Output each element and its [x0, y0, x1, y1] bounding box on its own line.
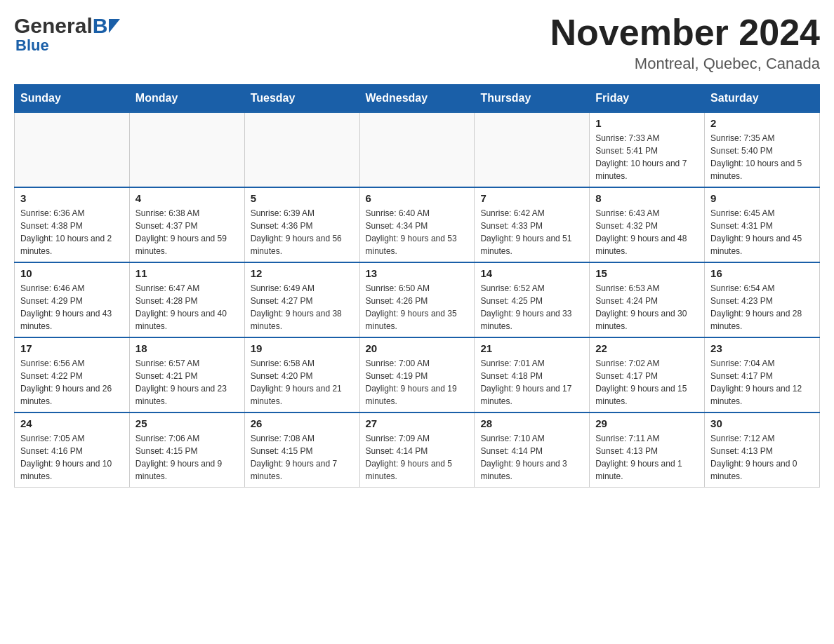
table-row — [475, 112, 590, 187]
table-row — [244, 112, 359, 187]
table-row: 4Sunrise: 6:38 AMSunset: 4:37 PMDaylight… — [129, 187, 244, 262]
day-info: Sunrise: 6:52 AMSunset: 4:25 PMDaylight:… — [480, 282, 583, 333]
table-row: 26Sunrise: 7:08 AMSunset: 4:15 PMDayligh… — [244, 412, 359, 488]
day-number: 30 — [710, 417, 814, 429]
col-sunday: Sunday — [15, 85, 130, 113]
logo-general-text: GeneralB — [14, 14, 107, 38]
day-number: 2 — [710, 117, 814, 129]
col-saturday: Saturday — [705, 85, 820, 113]
table-row: 23Sunrise: 7:04 AMSunset: 4:17 PMDayligh… — [705, 337, 820, 412]
day-info: Sunrise: 6:39 AMSunset: 4:36 PMDaylight:… — [251, 207, 354, 257]
table-row: 11Sunrise: 6:47 AMSunset: 4:28 PMDayligh… — [129, 262, 244, 337]
day-info: Sunrise: 6:46 AMSunset: 4:29 PMDaylight:… — [20, 282, 124, 333]
col-thursday: Thursday — [475, 85, 590, 113]
day-number: 8 — [595, 192, 699, 204]
day-info: Sunrise: 7:10 AMSunset: 4:14 PMDaylight:… — [480, 432, 583, 483]
table-row: 28Sunrise: 7:10 AMSunset: 4:14 PMDayligh… — [475, 412, 590, 488]
table-row: 2Sunrise: 7:35 AMSunset: 5:40 PMDaylight… — [705, 112, 820, 187]
table-row — [15, 112, 130, 187]
day-info: Sunrise: 6:45 AMSunset: 4:31 PMDaylight:… — [710, 207, 814, 257]
table-row: 7Sunrise: 6:42 AMSunset: 4:33 PMDaylight… — [475, 187, 590, 262]
table-row: 21Sunrise: 7:01 AMSunset: 4:18 PMDayligh… — [475, 337, 590, 412]
day-info: Sunrise: 6:57 AMSunset: 4:21 PMDaylight:… — [135, 357, 239, 408]
day-number: 11 — [135, 267, 239, 279]
day-number: 27 — [366, 417, 469, 429]
day-info: Sunrise: 6:49 AMSunset: 4:27 PMDaylight:… — [251, 282, 354, 333]
table-row: 5Sunrise: 6:39 AMSunset: 4:36 PMDaylight… — [244, 187, 359, 262]
logo-triangle-icon — [109, 19, 120, 33]
day-info: Sunrise: 6:36 AMSunset: 4:38 PMDaylight:… — [20, 207, 124, 257]
table-row: 3Sunrise: 6:36 AMSunset: 4:38 PMDaylight… — [15, 187, 130, 262]
table-row: 15Sunrise: 6:53 AMSunset: 4:24 PMDayligh… — [590, 262, 705, 337]
table-row: 6Sunrise: 6:40 AMSunset: 4:34 PMDaylight… — [359, 187, 475, 262]
day-info: Sunrise: 6:40 AMSunset: 4:34 PMDaylight:… — [366, 207, 469, 257]
day-info: Sunrise: 6:56 AMSunset: 4:22 PMDaylight:… — [20, 357, 124, 408]
day-number: 29 — [595, 417, 699, 429]
day-info: Sunrise: 7:12 AMSunset: 4:13 PMDaylight:… — [710, 432, 814, 483]
calendar-header-row: Sunday Monday Tuesday Wednesday Thursday… — [15, 85, 820, 113]
day-info: Sunrise: 6:42 AMSunset: 4:33 PMDaylight:… — [480, 207, 583, 257]
day-info: Sunrise: 6:53 AMSunset: 4:24 PMDaylight:… — [595, 282, 699, 333]
day-info: Sunrise: 7:05 AMSunset: 4:16 PMDaylight:… — [20, 432, 124, 483]
day-number: 16 — [710, 267, 814, 279]
day-number: 23 — [710, 342, 814, 354]
day-number: 20 — [366, 342, 469, 354]
day-info: Sunrise: 6:58 AMSunset: 4:20 PMDaylight:… — [251, 357, 354, 408]
table-row: 10Sunrise: 6:46 AMSunset: 4:29 PMDayligh… — [15, 262, 130, 337]
day-info: Sunrise: 6:43 AMSunset: 4:32 PMDaylight:… — [595, 207, 699, 257]
page-header: GeneralB Blue November 2024 Montreal, Qu… — [14, 14, 820, 73]
day-number: 24 — [20, 417, 124, 429]
day-number: 6 — [366, 192, 469, 204]
day-info: Sunrise: 6:47 AMSunset: 4:28 PMDaylight:… — [135, 282, 239, 333]
table-row: 22Sunrise: 7:02 AMSunset: 4:17 PMDayligh… — [590, 337, 705, 412]
day-number: 26 — [251, 417, 354, 429]
day-number: 17 — [20, 342, 124, 354]
calendar-week-row: 24Sunrise: 7:05 AMSunset: 4:16 PMDayligh… — [15, 412, 820, 488]
table-row: 8Sunrise: 6:43 AMSunset: 4:32 PMDaylight… — [590, 187, 705, 262]
day-info: Sunrise: 7:08 AMSunset: 4:15 PMDaylight:… — [251, 432, 354, 483]
day-number: 7 — [480, 192, 583, 204]
day-number: 10 — [20, 267, 124, 279]
col-monday: Monday — [129, 85, 244, 113]
logo: GeneralB Blue — [14, 14, 120, 55]
day-info: Sunrise: 7:06 AMSunset: 4:15 PMDaylight:… — [135, 432, 239, 483]
table-row: 25Sunrise: 7:06 AMSunset: 4:15 PMDayligh… — [129, 412, 244, 488]
day-number: 4 — [135, 192, 239, 204]
table-row: 14Sunrise: 6:52 AMSunset: 4:25 PMDayligh… — [475, 262, 590, 337]
day-info: Sunrise: 7:33 AMSunset: 5:41 PMDaylight:… — [595, 132, 699, 182]
table-row: 12Sunrise: 6:49 AMSunset: 4:27 PMDayligh… — [244, 262, 359, 337]
col-wednesday: Wednesday — [359, 85, 475, 113]
day-number: 28 — [480, 417, 583, 429]
table-row: 13Sunrise: 6:50 AMSunset: 4:26 PMDayligh… — [359, 262, 475, 337]
day-number: 15 — [595, 267, 699, 279]
day-number: 19 — [251, 342, 354, 354]
table-row: 30Sunrise: 7:12 AMSunset: 4:13 PMDayligh… — [705, 412, 820, 488]
logo-blue-text: Blue — [15, 36, 49, 55]
table-row: 20Sunrise: 7:00 AMSunset: 4:19 PMDayligh… — [359, 337, 475, 412]
month-year-title: November 2024 — [550, 14, 820, 51]
day-number: 9 — [710, 192, 814, 204]
day-number: 12 — [251, 267, 354, 279]
table-row: 18Sunrise: 6:57 AMSunset: 4:21 PMDayligh… — [129, 337, 244, 412]
day-info: Sunrise: 6:50 AMSunset: 4:26 PMDaylight:… — [366, 282, 469, 333]
day-number: 3 — [20, 192, 124, 204]
calendar-table: Sunday Monday Tuesday Wednesday Thursday… — [14, 84, 820, 488]
day-number: 5 — [251, 192, 354, 204]
day-info: Sunrise: 7:01 AMSunset: 4:18 PMDaylight:… — [480, 357, 583, 408]
table-row: 17Sunrise: 6:56 AMSunset: 4:22 PMDayligh… — [15, 337, 130, 412]
day-info: Sunrise: 7:09 AMSunset: 4:14 PMDaylight:… — [366, 432, 469, 483]
table-row: 24Sunrise: 7:05 AMSunset: 4:16 PMDayligh… — [15, 412, 130, 488]
table-row: 9Sunrise: 6:45 AMSunset: 4:31 PMDaylight… — [705, 187, 820, 262]
table-row — [129, 112, 244, 187]
table-row: 29Sunrise: 7:11 AMSunset: 4:13 PMDayligh… — [590, 412, 705, 488]
location-subtitle: Montreal, Quebec, Canada — [550, 55, 820, 73]
day-number: 1 — [595, 117, 699, 129]
col-friday: Friday — [590, 85, 705, 113]
calendar-week-row: 10Sunrise: 6:46 AMSunset: 4:29 PMDayligh… — [15, 262, 820, 337]
day-number: 14 — [480, 267, 583, 279]
day-number: 25 — [135, 417, 239, 429]
day-number: 21 — [480, 342, 583, 354]
table-row: 1Sunrise: 7:33 AMSunset: 5:41 PMDaylight… — [590, 112, 705, 187]
day-info: Sunrise: 7:00 AMSunset: 4:19 PMDaylight:… — [366, 357, 469, 408]
table-row: 27Sunrise: 7:09 AMSunset: 4:14 PMDayligh… — [359, 412, 475, 488]
